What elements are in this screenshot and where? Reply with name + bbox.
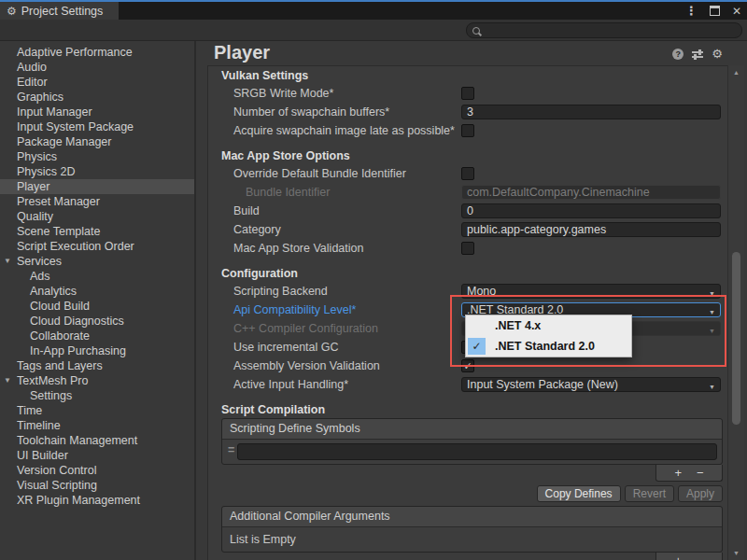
vertical-scrollbar[interactable]: ▲ ▼ xyxy=(727,65,744,560)
dropdown-active-input-handling[interactable]: Input System Package (New)▼ xyxy=(461,377,721,392)
preset-icon[interactable] xyxy=(692,50,703,58)
add-button[interactable]: + xyxy=(674,553,682,560)
settings-toolbar xyxy=(0,20,747,41)
sidebar-item-timeline[interactable]: Timeline xyxy=(0,418,194,433)
define-symbol-input[interactable] xyxy=(237,443,717,460)
copy-defines-button[interactable]: Copy Defines xyxy=(537,485,621,502)
dropdown-value: Input System Package (New) xyxy=(467,378,618,391)
search-box[interactable] xyxy=(466,22,742,38)
sidebar-item-label: Cloud Diagnostics xyxy=(30,315,124,328)
sidebar-item-input-manager[interactable]: Input Manager xyxy=(0,105,194,119)
checkbox-srgb-write-mode[interactable] xyxy=(461,87,474,100)
section-header-mac-app-store-options: Mac App Store Options xyxy=(208,147,727,164)
sidebar-item-physics[interactable]: Physics xyxy=(0,149,194,164)
sidebar-item-label: Scene Template xyxy=(17,225,100,238)
sidebar-item-scene-template[interactable]: Scene Template xyxy=(0,224,194,239)
setting-label: SRGB Write Mode* xyxy=(233,84,333,103)
sidebar-item-label: Script Execution Order xyxy=(17,240,134,253)
sidebar-item-cloud-diagnostics[interactable]: Cloud Diagnostics xyxy=(0,314,194,329)
popup-option-net-standard-2-0[interactable]: ✓.NET Standard 2.0 xyxy=(466,336,631,357)
remove-button[interactable]: − xyxy=(697,553,704,560)
field-number-of-swapchain-buffers[interactable]: 3 xyxy=(461,105,721,119)
popup-option-net-4-x[interactable]: .NET 4.x xyxy=(466,315,631,336)
setting-row-number-of-swapchain-buffers: Number of swapchain buffers*3 xyxy=(208,103,727,121)
sidebar-item-label: Editor xyxy=(17,76,48,89)
sidebar-item-input-system-package[interactable]: Input System Package xyxy=(0,119,194,134)
sidebar-item-textmesh-pro[interactable]: ▼TextMesh Pro xyxy=(0,373,194,388)
setting-label: Active Input Handling* xyxy=(233,375,348,394)
drag-handle-icon[interactable]: = xyxy=(228,443,234,456)
revert-button[interactable]: Revert xyxy=(625,485,674,502)
section-header-script-compilation: Script Compilation xyxy=(208,401,727,418)
sidebar-item-version-control[interactable]: Version Control xyxy=(0,463,194,478)
field-category[interactable]: public.app-category.games xyxy=(461,222,721,237)
scroll-down-icon[interactable]: ▼ xyxy=(728,550,744,556)
dropdown-value: Mono xyxy=(467,285,496,298)
sidebar-item-visual-scripting[interactable]: Visual Scripting xyxy=(0,478,194,493)
sidebar-item-cloud-build[interactable]: Cloud Build xyxy=(0,299,194,314)
sidebar-item-script-execution-order[interactable]: Script Execution Order xyxy=(0,239,194,254)
sidebar-item-xr-plugin-management[interactable]: XR Plugin Management xyxy=(0,493,194,508)
checkbox-acquire-swapchain-image-late-as-possible[interactable] xyxy=(461,124,474,137)
sidebar-item-player[interactable]: Player xyxy=(0,179,194,194)
scrollbar-thumb[interactable] xyxy=(732,252,740,425)
setting-row-srgb-write-mode: SRGB Write Mode* xyxy=(208,84,727,103)
sidebar-item-toolchain-management[interactable]: Toolchain Management xyxy=(0,433,194,448)
sidebar-item-package-manager[interactable]: Package Manager xyxy=(0,134,194,149)
setting-label: Override Default Bundle Identifier xyxy=(233,164,406,183)
compiler-args-footer: + − xyxy=(208,553,723,560)
sidebar-item-physics-2d[interactable]: Physics 2D xyxy=(0,164,194,179)
sidebar-item-graphics[interactable]: Graphics xyxy=(0,90,194,105)
sidebar-item-label: Toolchain Management xyxy=(17,434,137,447)
sidebar-item-in-app-purchasing[interactable]: In-App Purchasing xyxy=(0,343,194,358)
checkbox-assembly-version-validation[interactable]: ✓ xyxy=(461,359,474,372)
sidebar-item-label: Analytics xyxy=(30,285,77,298)
sidebar-item-tags-and-layers[interactable]: Tags and Layers xyxy=(0,358,194,373)
sidebar-item-label: Ads xyxy=(30,270,50,283)
close-icon[interactable]: ✕ xyxy=(732,5,741,18)
sidebar-item-label: Preset Manager xyxy=(17,195,100,208)
checkbox-mac-app-store-validation[interactable] xyxy=(461,242,474,255)
sidebar-item-editor[interactable]: Editor xyxy=(0,75,194,90)
foldout-icon[interactable]: ▼ xyxy=(4,254,11,269)
header-icons: ? ⚙ xyxy=(672,48,723,60)
foldout-icon[interactable]: ▼ xyxy=(4,373,11,388)
setting-row-mac-app-store-validation: Mac App Store Validation xyxy=(208,239,727,258)
apply-button[interactable]: Apply xyxy=(678,485,723,502)
sidebar-item-services[interactable]: ▼Services xyxy=(0,254,194,269)
remove-button[interactable]: − xyxy=(697,466,704,480)
setting-label: Number of swapchain buffers* xyxy=(233,103,389,121)
sidebar-item-label: Quality xyxy=(17,210,53,223)
define-symbols-buttons: Copy Defines Revert Apply xyxy=(208,485,723,502)
setting-row-category: Categorypublic.app-category.games xyxy=(208,220,727,239)
sidebar-item-settings[interactable]: Settings xyxy=(0,388,194,403)
sidebar-item-preset-manager[interactable]: Preset Manager xyxy=(0,194,194,209)
sidebar-item-label: TextMesh Pro xyxy=(17,374,88,387)
search-input[interactable] xyxy=(484,24,712,37)
sidebar-item-audio[interactable]: Audio xyxy=(0,60,194,75)
maximize-icon[interactable] xyxy=(710,6,720,16)
field-bundle-identifier[interactable]: com.DefaultCompany.Cinemachine xyxy=(461,185,721,200)
sidebar-item-time[interactable]: Time xyxy=(0,403,194,418)
sidebar-item-label: In-App Purchasing xyxy=(30,344,126,357)
help-icon[interactable]: ? xyxy=(672,49,684,60)
sidebar-item-analytics[interactable]: Analytics xyxy=(0,284,194,299)
setting-row-acquire-swapchain-image-late-as-possible: Acquire swapchain image late as possible… xyxy=(208,121,727,140)
check-icon: ✓ xyxy=(468,338,486,355)
checkbox-override-default-bundle-identifier[interactable] xyxy=(461,167,474,180)
sidebar-item-collaborate[interactable]: Collaborate xyxy=(0,329,194,343)
scroll-up-icon[interactable]: ▲ xyxy=(728,69,744,76)
sidebar-item-label: Collaborate xyxy=(30,329,90,343)
sidebar-item-ads[interactable]: Ads xyxy=(0,269,194,284)
kebab-menu-icon[interactable]: ⋮ xyxy=(685,4,698,18)
add-button[interactable]: + xyxy=(674,466,682,480)
field-build[interactable]: 0 xyxy=(461,203,721,218)
settings-gear-icon[interactable]: ⚙ xyxy=(712,48,723,60)
sidebar-item-quality[interactable]: Quality xyxy=(0,209,194,224)
tab-project-settings[interactable]: ⚙ Project Settings xyxy=(0,2,119,20)
additional-compiler-arguments-box: Additional Compiler Arguments List is Em… xyxy=(221,506,723,553)
sidebar-item-ui-builder[interactable]: UI Builder xyxy=(0,448,194,463)
sidebar-item-adaptive-performance[interactable]: Adaptive Performance xyxy=(0,45,194,60)
setting-label: C++ Compiler Configuration xyxy=(233,319,378,338)
dropdown-scripting-backend[interactable]: Mono▼ xyxy=(461,284,721,299)
